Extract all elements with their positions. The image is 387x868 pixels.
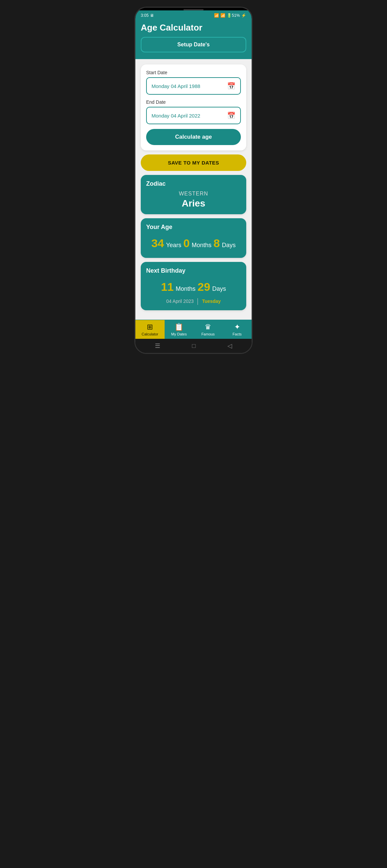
- zodiac-card: Zodiac WESTERN Aries: [141, 175, 246, 214]
- start-date-label: Start Date: [146, 70, 241, 75]
- app-title: Age Calculator: [141, 23, 246, 33]
- age-title: Your Age: [146, 224, 241, 231]
- save-to-dates-button[interactable]: SAVE TO MY DATES: [141, 154, 246, 171]
- phone-frame: 3:05 🖥 📶 📶 🔋51% ⚡ Age Calculator Setup D…: [135, 7, 252, 354]
- start-calendar-icon: 📅: [227, 82, 236, 90]
- age-days: 8: [214, 237, 220, 250]
- end-date-value: Monday 04 April 2022: [151, 113, 200, 119]
- nav-label-famous: Famous: [201, 332, 215, 336]
- zodiac-title: Zodiac: [146, 180, 241, 187]
- birthday-days: 29: [198, 280, 210, 293]
- birthday-date-value: 04 April 2023: [166, 299, 194, 304]
- header: Age Calculator Setup Date's: [136, 19, 251, 59]
- status-right: 📶 📶 🔋51% ⚡: [214, 13, 246, 18]
- age-months: 0: [183, 237, 190, 250]
- divider: [198, 298, 198, 305]
- nav-item-calculator[interactable]: ⊞ Calculator: [136, 320, 165, 339]
- calculate-button[interactable]: Calculate age: [146, 129, 241, 145]
- age-years: 34: [151, 237, 164, 250]
- birthday-months: 11: [161, 280, 174, 293]
- birthday-card: Next Birthday 11 Months 29 Days 04 April…: [141, 262, 246, 310]
- end-date-input[interactable]: Monday 04 April 2022 📅: [146, 107, 241, 124]
- nav-item-famous[interactable]: ♛ Famous: [194, 320, 223, 339]
- bottom-nav: ⊞ Calculator 📋 My Dates ♛ Famous ✦ Facts: [136, 320, 251, 339]
- wifi-icon: 📶: [214, 13, 219, 18]
- nav-item-facts[interactable]: ✦ Facts: [223, 320, 252, 339]
- zodiac-type: WESTERN: [146, 191, 241, 197]
- back-button[interactable]: ◁: [228, 342, 232, 349]
- age-years-label: Years: [166, 242, 181, 249]
- status-bar: 3:05 🖥 📶 📶 🔋51% ⚡: [136, 10, 251, 19]
- calculator-icon: ⊞: [147, 323, 153, 331]
- screen-icon: 🖥: [150, 13, 154, 18]
- signal-icon: 📶: [220, 13, 226, 18]
- nav-label-calculator: Calculator: [142, 332, 158, 336]
- facts-icon: ✦: [234, 323, 240, 331]
- charging-icon: ⚡: [241, 13, 246, 18]
- age-row: 34 Years 0 Months 8 Days: [146, 234, 241, 252]
- battery-icon: 🔋51%: [227, 13, 240, 18]
- my-dates-icon: 📋: [174, 323, 183, 331]
- setup-dates-button[interactable]: Setup Date's: [141, 37, 246, 52]
- time: 3:05: [141, 13, 148, 18]
- home-button[interactable]: □: [192, 342, 196, 349]
- main-content: Start Date Monday 04 April 1988 📅 End Da…: [136, 59, 251, 320]
- age-card: Your Age 34 Years 0 Months 8 Days: [141, 218, 246, 258]
- age-days-label: Days: [222, 242, 236, 249]
- birthday-title: Next Birthday: [146, 267, 241, 274]
- date-card: Start Date Monday 04 April 1988 📅 End Da…: [141, 64, 246, 150]
- end-date-label: End Date: [146, 99, 241, 105]
- birthday-day-value: Tuesday: [202, 299, 221, 304]
- famous-icon: ♛: [205, 323, 211, 331]
- end-calendar-icon: 📅: [227, 112, 236, 120]
- nav-item-my-dates[interactable]: 📋 My Dates: [165, 320, 194, 339]
- start-date-value: Monday 04 April 1988: [151, 83, 200, 89]
- status-left: 3:05 🖥: [141, 13, 154, 18]
- start-date-input[interactable]: Monday 04 April 1988 📅: [146, 77, 241, 95]
- android-nav: ☰ □ ◁: [136, 339, 251, 353]
- age-months-label: Months: [192, 242, 212, 249]
- zodiac-sign: Aries: [146, 198, 241, 209]
- notch-bar: [136, 8, 251, 10]
- birthday-row: 11 Months 29 Days: [146, 278, 241, 296]
- nav-label-my-dates: My Dates: [171, 332, 187, 336]
- birthday-months-label: Months: [176, 285, 196, 292]
- menu-button[interactable]: ☰: [155, 342, 160, 349]
- birthday-days-label: Days: [212, 285, 226, 292]
- nav-label-facts: Facts: [233, 332, 242, 336]
- notch: [183, 9, 204, 10]
- birthday-date-line: 04 April 2023 Tuesday: [146, 298, 241, 305]
